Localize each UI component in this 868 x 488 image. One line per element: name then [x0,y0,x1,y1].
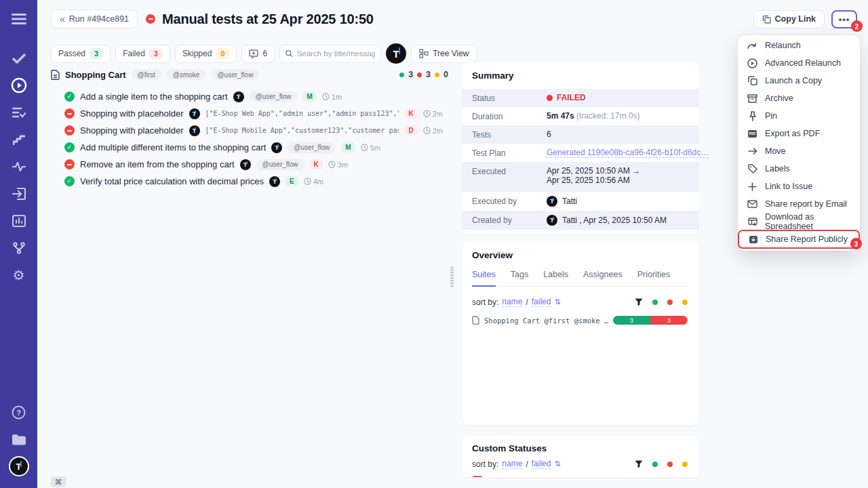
summary-row-created-by: Created by TTatti , Apr 25, 2025 10:50 A… [462,211,698,230]
menu-item-launch-a-copy[interactable]: Launch a Copy [738,72,860,89]
menu-item-advanced-relaunch[interactable]: Advanced Relaunch [738,54,860,72]
test-list-panel: Shopping Cart @first @smoke @user_flow 3… [51,68,443,190]
overview-heading: Overview [472,250,689,260]
clipped-status-row [472,476,689,477]
import-icon[interactable] [0,180,37,207]
menu-item-export-as-pdf[interactable]: PDF Export as PDF [738,125,860,142]
filter-funnel-icon[interactable] [635,460,643,468]
tag-icon [748,164,757,174]
checks-icon[interactable] [0,45,37,72]
test-row[interactable]: Shopping with placeholder T ["E-Shop Mob… [51,122,443,139]
assignee-avatar: T [240,159,251,170]
assignee-avatar: T [189,108,200,119]
clock-icon [361,144,368,151]
overview-suite-row[interactable]: Shopping Cart @first @smoke … 3 3 [472,316,689,325]
priority-badge: D [404,125,417,136]
tab-priorities[interactable]: Priorities [637,270,671,286]
sort-direction-icon[interactable]: ⇅ [554,298,560,306]
file-icon [472,316,479,325]
copy-icon [748,76,757,85]
test-row[interactable]: Verify total price calculation with deci… [51,173,443,190]
skipped-count-badge: 0 [216,48,229,59]
duration: 2m [433,127,443,135]
settings-gear-icon[interactable]: ⚙ [0,262,37,289]
runs-icon[interactable] [0,72,37,99]
passed-count-badge: 3 [90,48,103,59]
tree-view-button[interactable]: Tree View [411,45,477,63]
test-list-icon[interactable] [0,99,37,126]
menu-item-pin[interactable]: Pin [738,107,860,125]
test-row[interactable]: Add a single item to the shopping cart T… [51,88,443,105]
analytics-icon[interactable] [0,207,37,235]
sort-by-name-link[interactable]: name [502,297,522,307]
priority-badge: K [310,159,323,169]
priority-badge: K [404,108,417,119]
clock-icon [423,110,431,117]
keyboard-shortcut-chip[interactable]: ⌘ [51,476,66,487]
tab-suites[interactable]: Suites [472,270,496,287]
skipped-dot-icon [435,73,439,77]
test-plan-link[interactable]: Generated 1190e08b-ca96-4f26-b10f-d6dc… [547,148,709,158]
steps-icon[interactable] [0,126,37,153]
test-tag[interactable]: @user_flow [288,142,336,153]
duration: 1m [332,93,342,101]
test-row[interactable]: Add multiple different items to the shop… [51,139,443,156]
legend-failed-dot[interactable] [667,300,673,305]
summary-row-tests: Tests 6 [462,125,698,144]
menu-item-link-to-issue[interactable]: Link to Issue [738,178,860,195]
hamburger-menu-icon[interactable] [0,5,37,33]
menu-item-download-as-spreadsheet[interactable]: Download as Spreadsheet [738,213,860,230]
branch-icon[interactable] [0,235,37,262]
search-field[interactable] [279,45,381,63]
menu-item-archive[interactable]: Archive [738,89,860,107]
menu-item-move[interactable]: Move [738,142,860,160]
suite-header[interactable]: Shopping Cart @first @smoke @user_flow 3… [51,68,443,81]
filter-funnel-icon[interactable] [635,298,643,306]
back-to-run-button[interactable]: « Run #494ce891 [51,9,138,28]
test-parameters: ["E-Shop Mobile App","customer123","cust… [205,127,399,134]
custom-statuses-section: Custom Statuses sort by: name / failed ⇅ [462,435,698,477]
archive-icon [747,94,757,103]
legend-skipped-dot[interactable] [682,300,688,305]
suite-counts: 3 3 0 [399,70,448,79]
menu-item-relaunch[interactable]: Relaunch [738,37,860,54]
assignee-avatar: T [189,125,200,136]
legend-skipped-dot[interactable] [682,462,688,467]
sort-by-name-link[interactable]: name [502,459,522,469]
filter-failed-button[interactable]: Failed 3 [115,45,170,63]
tab-tags[interactable]: Tags [511,270,528,286]
legend-passed-dot[interactable] [652,300,658,305]
back-chevron-icon: « [60,14,65,24]
sort-by-failed-link[interactable]: failed [532,297,551,307]
help-icon[interactable]: ? [0,399,37,426]
projects-folder-icon[interactable] [0,426,37,453]
user-avatar[interactable]: T [0,453,37,480]
suite-tag[interactable]: @smoke [167,69,206,80]
search-input[interactable] [297,49,376,58]
filter-comments-button[interactable]: 6 [241,45,275,63]
sort-direction-icon[interactable]: ⇅ [554,460,560,468]
filter-skipped-button[interactable]: Skipped 0 [175,45,237,63]
test-tag[interactable]: @user_flow [256,159,304,170]
menu-item-labels[interactable]: Labels [738,160,860,178]
tab-labels[interactable]: Labels [543,270,568,286]
filter-passed-button[interactable]: Passed 3 [51,45,111,63]
sidebar: ⚙ ? T [0,0,37,488]
sort-by-failed-link[interactable]: failed [532,459,551,469]
test-row[interactable]: Remove an item from the shopping cart T … [51,156,443,173]
menu-item-share-report-by-email[interactable]: Share report by Email [738,195,860,213]
pin-icon [749,111,757,121]
legend-failed-dot[interactable] [667,462,673,467]
legend-passed-dot[interactable] [652,462,658,467]
assignee-filter-avatar[interactable]: T [386,43,406,64]
suite-tag[interactable]: @user_flow [211,69,259,80]
test-tag[interactable]: @user_flow [250,92,298,102]
tab-assignees[interactable]: Assignees [583,270,623,286]
pulse-icon[interactable] [0,153,37,180]
copy-link-button[interactable]: Copy Link [753,10,825,28]
overview-tabs: Suites Tags Labels Assignees Priorities [472,270,689,287]
menu-item-share-report-publicly[interactable]: Share Report Publicly [738,230,859,248]
panel-scrollbar[interactable] [450,266,454,288]
suite-tag[interactable]: @first [132,69,161,80]
test-row[interactable]: Shopping with placeholder T ["E-Shop Web… [51,105,443,122]
